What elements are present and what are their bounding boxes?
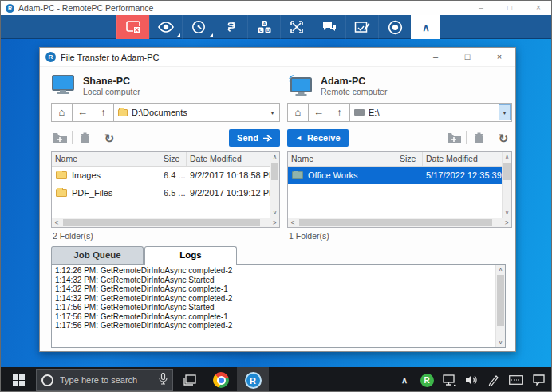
scroll-left-icon[interactable]: <	[52, 218, 61, 228]
cortana-icon	[41, 374, 53, 386]
remote-horizontal-scrollbar[interactable]: < >	[288, 218, 511, 227]
svg-text:D: D	[266, 28, 270, 33]
local-path-dropdown[interactable]: D:\Documents ▾	[113, 103, 280, 122]
eye-icon	[157, 21, 175, 33]
file-row[interactable]: Images6.4 ...9/2/2017 10:18:58 PM	[52, 167, 270, 184]
local-horizontal-scrollbar[interactable]: < >	[52, 218, 279, 227]
taskbar-chrome-button[interactable]	[205, 367, 237, 392]
chat-button[interactable]	[313, 15, 345, 39]
column-name[interactable]: Name	[52, 152, 160, 166]
file-transfer-button[interactable]	[215, 15, 247, 39]
remote-vertical-scrollbar[interactable]: ∧ ∨	[502, 152, 511, 218]
file-name: Images	[72, 171, 101, 180]
remote-back-button[interactable]: ←	[308, 103, 329, 122]
file-row[interactable]: Office Works5/17/2022 12:35:39 PM	[288, 167, 502, 184]
send-button[interactable]: Send	[229, 129, 280, 147]
local-back-button[interactable]: ←	[72, 103, 93, 122]
file-name: Office Works	[308, 171, 358, 180]
remote-home-button[interactable]: ⌂	[287, 103, 308, 122]
scroll-up-icon[interactable]: ∧	[496, 265, 505, 274]
taskbar-remotepc-button[interactable]: R	[237, 367, 269, 392]
microphone-icon[interactable]	[159, 373, 168, 388]
remote-up-button[interactable]: ↑	[329, 103, 349, 122]
remote-path: E:\	[369, 108, 379, 117]
fullscreen-button[interactable]	[280, 15, 313, 39]
receive-arrow-icon: ◄	[295, 134, 302, 142]
local-list-header[interactable]: Name Size Date Modified	[52, 152, 279, 167]
local-delete-button[interactable]	[76, 130, 93, 146]
remote-list-header[interactable]: Name Size Date Modified	[288, 152, 511, 167]
tab-logs[interactable]: Logs	[144, 246, 237, 264]
view-mode-button[interactable]	[149, 15, 182, 39]
remote-computer-name: Adam-PC	[321, 76, 387, 87]
column-size[interactable]: Size	[396, 152, 423, 166]
dropdown-arrow-icon[interactable]: ▾	[266, 104, 278, 120]
scrollbar-thumb[interactable]	[299, 219, 492, 226]
remote-computer-icon	[287, 74, 313, 99]
local-vertical-scrollbar[interactable]: ∧ ∨	[270, 152, 279, 218]
scroll-up-icon[interactable]: ∧	[270, 152, 279, 162]
gauge-icon	[191, 20, 206, 34]
column-date-modified[interactable]: Date Modified	[423, 152, 511, 166]
disconnect-button[interactable]	[116, 15, 149, 39]
scroll-down-icon[interactable]: ∨	[496, 338, 505, 347]
start-button[interactable]	[1, 367, 36, 392]
file-row[interactable]: PDF_Files6.5 ...9/2/2017 10:19:12 PM	[52, 184, 270, 202]
performance-button[interactable]	[182, 15, 215, 39]
record-button[interactable]	[378, 15, 411, 39]
scroll-right-icon[interactable]: >	[502, 218, 511, 228]
remote-delete-button[interactable]	[470, 130, 487, 146]
task-view-button[interactable]	[173, 367, 205, 392]
scroll-right-icon[interactable]: >	[270, 218, 279, 228]
scroll-up-icon[interactable]: ∧	[503, 152, 511, 162]
taskbar: Type here to search R ∧ R	[1, 367, 552, 392]
column-name[interactable]: Name	[288, 152, 396, 166]
local-refresh-button[interactable]: ↻	[101, 130, 118, 146]
scrollbar-thumb[interactable]	[63, 219, 260, 226]
remotepc-logo-icon: R	[6, 4, 14, 13]
scroll-down-icon[interactable]: ∨	[503, 208, 511, 218]
log-line: 1:14:32 PM: GetRemoteDirInfoAsync Starte…	[55, 276, 492, 285]
scroll-left-icon[interactable]: <	[288, 218, 298, 228]
dialog-minimize-button[interactable]: –	[420, 48, 451, 67]
remote-refresh-button[interactable]: ↻	[495, 130, 512, 146]
scrollbar-thumb[interactable]	[503, 163, 511, 180]
remote-path-dropdown[interactable]: E:\ ▾	[349, 103, 512, 122]
whiteboard-button[interactable]	[345, 15, 378, 39]
tray-touch-keyboard-button[interactable]	[505, 367, 527, 392]
notification-icon	[533, 374, 545, 386]
shortcuts-button[interactable]: ACD	[247, 15, 280, 39]
host-minimize-button[interactable]: –	[467, 1, 495, 15]
receive-button[interactable]: ◄ Receive	[287, 129, 349, 147]
file-date: 9/2/2017 10:19:12 PM	[187, 188, 270, 198]
host-close-button[interactable]: ×	[524, 1, 552, 15]
tray-pen-button[interactable]	[483, 367, 505, 392]
local-home-button[interactable]: ⌂	[51, 103, 72, 122]
folder-icon	[56, 189, 67, 197]
local-new-folder-button[interactable]	[51, 130, 69, 146]
tab-job-queue[interactable]: Job Queue	[51, 246, 144, 264]
remote-new-folder-button[interactable]	[445, 130, 463, 146]
log-vertical-scrollbar[interactable]: ∧ ∨	[495, 265, 505, 347]
column-date-modified[interactable]: Date Modified	[187, 152, 279, 166]
tray-show-hidden-icons-button[interactable]: ∧	[393, 367, 416, 392]
scrollbar-thumb[interactable]	[497, 275, 504, 326]
collapse-toolbar-button[interactable]: ∧	[411, 15, 440, 39]
abc-blocks-icon: ACD	[257, 20, 272, 34]
action-center-button[interactable]	[527, 367, 550, 392]
scrollbar-thumb[interactable]	[271, 163, 278, 180]
taskbar-search-box[interactable]: Type here to search	[36, 369, 173, 391]
dropdown-arrow-icon[interactable]: ▾	[499, 104, 511, 120]
disconnect-icon	[125, 20, 141, 34]
tray-remotepc-button[interactable]: R	[416, 367, 438, 392]
log-panel: 1:12:26 PM: GetRemoteDirInfoAsync comple…	[51, 264, 506, 348]
scroll-down-icon[interactable]: ∨	[270, 208, 279, 218]
dialog-maximize-button[interactable]: □	[451, 48, 483, 67]
send-arrow-icon	[263, 135, 272, 142]
dialog-close-button[interactable]: ×	[483, 48, 515, 67]
tray-network-button[interactable]	[438, 367, 460, 392]
tray-volume-button[interactable]	[460, 367, 483, 392]
column-size[interactable]: Size	[160, 152, 187, 166]
local-up-button[interactable]: ↑	[93, 103, 113, 122]
host-maximize-button[interactable]: □	[495, 1, 524, 15]
